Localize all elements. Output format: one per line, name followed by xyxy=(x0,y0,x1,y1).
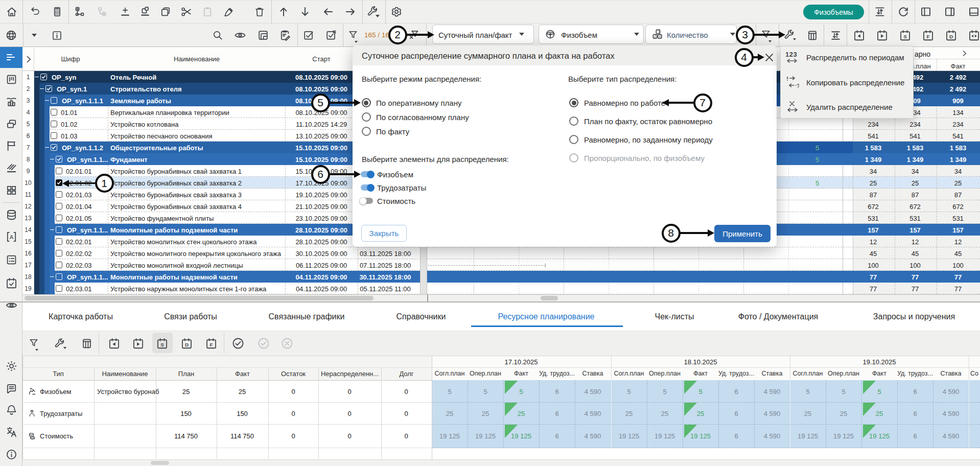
svg-text:?: ? xyxy=(797,83,799,89)
svg-text:!: ! xyxy=(786,76,788,82)
